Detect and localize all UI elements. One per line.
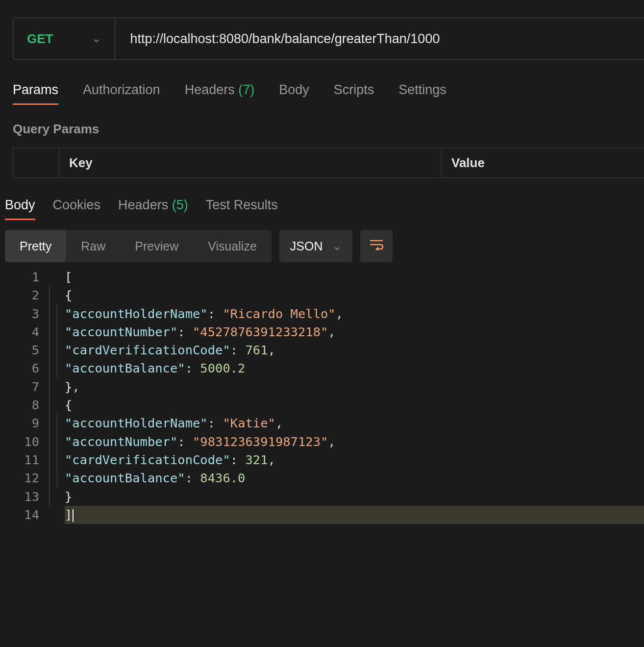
- query-params-heading: Query Params: [0, 105, 644, 148]
- tab-headers-count: (7): [238, 82, 254, 97]
- response-body-code[interactable]: 1[2{3"accountHolderName": "Ricardo Mello…: [0, 268, 644, 524]
- response-format-label: JSON: [290, 239, 323, 253]
- line-number: 14: [0, 506, 49, 524]
- view-mode-segment: Pretty Raw Preview Visualize: [5, 230, 272, 262]
- line-number: 5: [0, 341, 49, 359]
- request-tabs: Params Authorization Headers (7) Body Sc…: [0, 60, 644, 105]
- indent-guide: [49, 341, 57, 359]
- tab-headers-label: Headers: [185, 82, 235, 97]
- line-content: "accountNumber": "4527876391233218",: [65, 323, 644, 341]
- response-tab-test-results[interactable]: Test Results: [206, 198, 278, 220]
- indent-guide: [49, 305, 57, 323]
- code-line: 14]: [0, 506, 644, 524]
- http-method-dropdown[interactable]: GET: [13, 18, 115, 59]
- indent-guide: [57, 414, 65, 432]
- response-tab-headers-count: (5): [172, 198, 188, 212]
- indent-guide: [49, 451, 57, 469]
- request-url-input[interactable]: http://localhost:8080/bank/balance/great…: [115, 18, 644, 59]
- line-number: 12: [0, 469, 49, 487]
- response-tab-body[interactable]: Body: [5, 198, 35, 220]
- line-content: [: [65, 268, 644, 286]
- line-number: 9: [0, 414, 49, 432]
- tab-scripts[interactable]: Scripts: [334, 82, 374, 105]
- code-line: 5"cardVerificationCode": 761,: [0, 341, 644, 359]
- code-line: 4"accountNumber": "4527876391233218",: [0, 323, 644, 341]
- http-method-label: GET: [27, 31, 53, 47]
- indent-guide: [57, 323, 65, 341]
- indent-guide: [57, 341, 65, 359]
- line-number: 6: [0, 359, 49, 377]
- tab-headers[interactable]: Headers (7): [185, 82, 255, 105]
- wrap-icon: [369, 239, 384, 253]
- line-number: 10: [0, 433, 49, 451]
- code-line: 7},: [0, 378, 644, 396]
- wrap-lines-button[interactable]: [360, 230, 393, 262]
- code-line: 11"cardVerificationCode": 321,: [0, 451, 644, 469]
- indent-guide: [57, 469, 65, 487]
- code-line: 12"accountBalance": 8436.0: [0, 469, 644, 487]
- query-params-value-header: Value: [442, 148, 644, 177]
- indent-guide: [49, 359, 57, 377]
- line-content: {: [65, 396, 644, 414]
- line-content: {: [65, 286, 644, 304]
- query-params-checkbox-header: [13, 148, 59, 177]
- line-number: 1: [0, 268, 49, 286]
- tab-settings[interactable]: Settings: [398, 82, 446, 105]
- code-line: 8{: [0, 396, 644, 414]
- line-content: "accountBalance": 8436.0: [65, 469, 644, 487]
- line-content: "accountNumber": "9831236391987123",: [65, 433, 644, 451]
- line-content: },: [65, 378, 644, 396]
- view-raw-button[interactable]: Raw: [66, 230, 120, 262]
- request-url-bar: GET http://localhost:8080/bank/balance/g…: [13, 18, 644, 60]
- code-line: 2{: [0, 286, 644, 304]
- response-format-dropdown[interactable]: JSON: [279, 230, 352, 262]
- indent-guide: [49, 414, 57, 432]
- indent-guide: [49, 378, 57, 396]
- code-line: 9"accountHolderName": "Katie",: [0, 414, 644, 432]
- indent-guide: [57, 359, 65, 377]
- tab-body[interactable]: Body: [279, 82, 309, 105]
- code-line: 1[: [0, 268, 644, 286]
- line-number: 2: [0, 286, 49, 304]
- query-params-table: Key Value: [13, 148, 644, 178]
- code-line: 13}: [0, 488, 644, 506]
- view-preview-button[interactable]: Preview: [120, 230, 193, 262]
- line-content: "cardVerificationCode": 761,: [65, 341, 644, 359]
- response-view-toolbar: Pretty Raw Preview Visualize JSON: [0, 220, 644, 262]
- line-number: 4: [0, 323, 49, 341]
- response-tabs: Body Cookies Headers (5) Test Results: [0, 178, 644, 220]
- line-number: 13: [0, 488, 49, 506]
- line-number: 3: [0, 305, 49, 323]
- indent-guide: [49, 488, 57, 506]
- code-line: 6"accountBalance": 5000.2: [0, 359, 644, 377]
- indent-guide: [57, 305, 65, 323]
- view-pretty-button[interactable]: Pretty: [5, 230, 66, 262]
- line-content: "accountHolderName": "Ricardo Mello",: [65, 305, 644, 323]
- indent-guide: [49, 396, 57, 414]
- chevron-down-icon: [333, 242, 342, 250]
- line-number: 11: [0, 451, 49, 469]
- indent-guide: [49, 286, 57, 304]
- tab-authorization[interactable]: Authorization: [83, 82, 160, 105]
- line-content: "accountHolderName": "Katie",: [65, 414, 644, 432]
- tab-params[interactable]: Params: [13, 82, 58, 105]
- response-tab-headers-label: Headers: [118, 198, 168, 212]
- line-content: }: [65, 488, 644, 506]
- text-cursor: [73, 509, 74, 522]
- indent-guide: [49, 323, 57, 341]
- code-line: 3"accountHolderName": "Ricardo Mello",: [0, 305, 644, 323]
- line-number: 7: [0, 378, 49, 396]
- indent-guide: [49, 433, 57, 451]
- view-visualize-button[interactable]: Visualize: [193, 230, 272, 262]
- indent-guide: [57, 433, 65, 451]
- response-tab-cookies[interactable]: Cookies: [53, 198, 101, 220]
- response-tab-headers[interactable]: Headers (5): [118, 198, 188, 220]
- query-params-key-header: Key: [59, 148, 442, 177]
- line-number: 8: [0, 396, 49, 414]
- indent-guide: [57, 451, 65, 469]
- code-line: 10"accountNumber": "9831236391987123",: [0, 433, 644, 451]
- indent-guide: [49, 469, 57, 487]
- line-content: "cardVerificationCode": 321,: [65, 451, 644, 469]
- line-content: "accountBalance": 5000.2: [65, 359, 644, 377]
- chevron-down-icon: [92, 34, 101, 43]
